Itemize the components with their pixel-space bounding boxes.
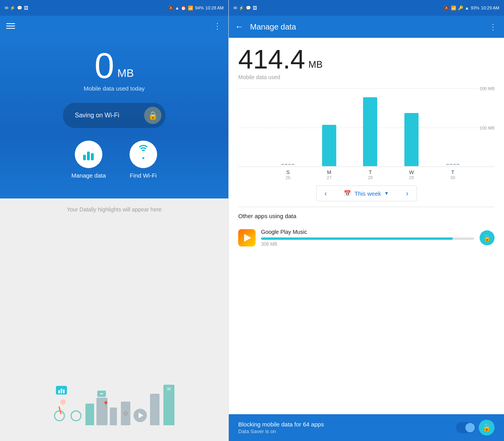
app-row-gpm[interactable]: Google Play Music 306 MB 🔒 [238,229,495,247]
status-bar-left: ✉ ⚡ 💬 🖼 🔕 ▲ ⏰ 📶 94% 10:28 AM [0,0,228,16]
blocking-text-group: Blocking mobile data for 64 apps Data Sa… [238,421,456,434]
photos-icon-r: 🖼 [253,6,257,10]
gpm-icon [238,229,256,246]
time-left: 10:28 AM [206,6,224,10]
bar-fill-m27 [322,125,336,166]
find-wifi-button[interactable]: Find Wi-Fi [130,141,157,179]
header-left: ⋮ [0,16,228,36]
label-w29: W 29 [393,169,430,180]
data-saver-toggle[interactable] [456,422,476,433]
data-amount: 0 [94,48,114,83]
system-icons-left: 🔕 ▲ ⏰ 📶 94% 10:28 AM [168,6,224,11]
signal-icon: 📶 [188,6,193,11]
buildings-illustration-1: 📍 [85,398,117,425]
alarm-icon: ⏰ [181,6,186,11]
data-unit: MB [117,68,134,79]
system-icons-right: 🔕 📶 🔑 ▲ 93% 10:29 AM [444,6,499,11]
bar-m27 [311,125,348,166]
data-summary: 414.4 MB Mobile data used [229,38,504,84]
app-icon-2: ⚡ [10,6,15,11]
header-title: Manage data [250,22,483,32]
manage-data-button[interactable]: Manage data [71,141,106,179]
grid-label-200: 200 MB [480,86,495,91]
day-t2: T [451,169,454,175]
action-buttons: Manage data Find Wi-Fi [71,141,157,179]
silent-icon: 🔕 [168,6,174,11]
gpm-progress-fill [261,237,453,240]
manage-data-icon-circle [75,141,102,168]
grid-line-200: 200 MB [238,88,495,89]
week-label: This week [354,190,381,197]
wifi-icon-r: 📶 [451,6,456,11]
chart-grid: 200 MB 100 MB [238,88,495,167]
prev-week-button[interactable]: ‹ [316,185,335,201]
data-unit-right: MB [308,60,322,69]
illustration-row: 📍 ✉ [54,220,174,433]
bar-fill-t28 [363,97,377,166]
messenger-icon-r: 💬 [246,6,251,11]
apps-title: Other apps using data [238,213,495,219]
envelope-illustration: ✉ [163,392,174,425]
apps-header: Other apps using data [238,207,495,229]
wifi-saving-text: Saving on Wi-Fi [75,112,119,119]
gpm-mb: 306 MB [261,241,474,247]
cyclist-illustration [54,386,82,425]
notification-icons-right: ✉ ⚡ 💬 🖼 [233,6,257,11]
manage-data-label: Manage data [71,172,106,179]
gpm-progress-bar [261,237,474,240]
wifi-icon: ▲ [175,6,180,10]
back-button[interactable]: ← [235,22,244,32]
lock-toggle[interactable]: 🔒 [144,107,161,124]
date-29: 29 [409,175,414,180]
calendar-icon: 📅 [344,190,351,197]
week-label-button[interactable]: 📅 This week ▼ [335,185,398,201]
apps-section: Other apps using data Google Play Music … [229,207,504,414]
day-m: M [327,169,331,175]
photos-icon: 🖼 [24,6,28,10]
toggle-thumb [465,423,475,432]
menu-button[interactable] [6,23,15,29]
date-30: 30 [450,175,455,180]
blocking-title: Blocking mobile data for 64 apps [238,421,456,428]
date-27: 27 [327,175,332,180]
gmail-icon: ✉ [5,6,8,11]
find-wifi-label: Find Wi-Fi [130,172,157,179]
bar-dashed-s26 [281,164,295,166]
bar-s26 [270,164,306,166]
blocking-bar[interactable]: Blocking mobile data for 64 apps Data Sa… [229,414,504,441]
data-big-number: 414.4 MB [238,46,495,72]
bar-chart-icon [83,148,94,160]
left-panel: ✉ ⚡ 💬 🖼 🔕 ▲ ⏰ 📶 94% 10:28 AM ⋮ 0 MB Mobi… [0,0,228,441]
status-bar-right: ✉ ⚡ 💬 🖼 🔕 📶 🔑 ▲ 93% 10:29 AM [229,0,504,16]
signal-icon-r: ▲ [465,6,469,10]
chart-container: 200 MB 100 MB [229,84,504,180]
data-amount-right: 414.4 [238,46,305,72]
find-wifi-icon-circle [130,141,157,168]
label-s26: S 26 [270,169,306,180]
battery-right: 93% [471,6,479,10]
wifi-signal-icon [136,149,150,160]
app2-icon-r: ⚡ [239,6,244,11]
more-options-right-button[interactable]: ⋮ [489,22,498,32]
next-week-button[interactable]: › [398,185,417,201]
header-right: ← Manage data ⋮ [229,16,504,38]
time-right: 10:29 AM [481,6,499,10]
chart-bars [270,95,471,166]
chart-x-labels: S 26 M 27 T 28 W 29 T 30 [238,167,495,180]
gpm-lock-button[interactable]: 🔒 [480,230,495,245]
silent-icon-r: 🔕 [444,6,449,11]
blocking-subtitle: Data Saver is on [238,428,456,434]
more-options-button[interactable]: ⋮ [213,21,222,31]
date-28: 28 [368,175,372,180]
wifi-saving-pill[interactable]: Saving on Wi-Fi 🔒 [63,103,165,128]
blocking-lock-icon: 🔒 [479,420,495,435]
bar-dashed-t30 [446,164,460,166]
label-t28: T 28 [352,169,389,180]
label-m27: M 27 [311,169,348,180]
bar-w29 [393,113,430,166]
date-26: 26 [285,175,290,180]
messenger-icon: 💬 [17,6,22,11]
highlights-text: Your Datally highlights will appear here [67,206,162,213]
label-t30: T 30 [434,169,471,180]
day-t1: T [369,169,372,175]
